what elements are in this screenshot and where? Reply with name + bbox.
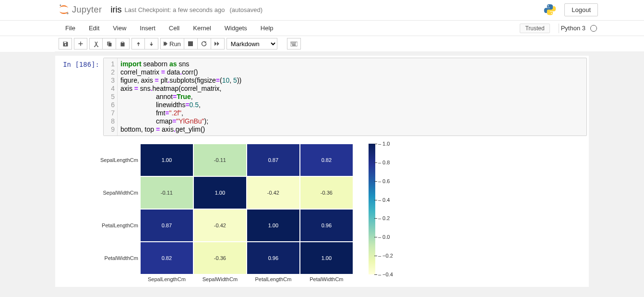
checkpoint-text: Last Checkpoint: a few seconds ago: [125, 6, 225, 13]
trusted-indicator[interactable]: Trusted: [520, 24, 549, 33]
menu-insert[interactable]: Insert: [133, 22, 162, 35]
heatmap-cell-0-3: 0.82: [300, 144, 353, 176]
svg-rect-9: [294, 42, 295, 43]
save-button[interactable]: [59, 38, 72, 50]
heatmap-cell-2-3: 0.96: [300, 209, 353, 242]
heatmap-cell-2-2: 1.00: [247, 209, 300, 242]
heatmap-cell-1-0: -0.11: [140, 176, 193, 209]
line-gutter: 123456789: [104, 58, 118, 136]
heatmap-cell-3-1: -0.36: [193, 242, 247, 274]
jupyter-logo-icon: [58, 3, 70, 16]
heatmap-cell-3-2: 0.96: [247, 242, 300, 274]
menu-view[interactable]: View: [106, 22, 133, 35]
menu-cell[interactable]: Cell: [162, 22, 186, 35]
jupyter-logo[interactable]: Jupyter: [58, 3, 102, 16]
svg-rect-8: [293, 42, 294, 43]
heatmap-cell-1-3: -0.36: [300, 176, 353, 209]
cell-type-select[interactable]: Markdown: [227, 38, 277, 50]
heatmap-grid: 1.00-0.110.870.82-0.111.00-0.42-0.360.87…: [140, 144, 353, 274]
colorbar: – 1.0– 0.8– 0.6– 0.4– 0.2– 0.0– −0.2– −0…: [369, 144, 395, 274]
run-all-button[interactable]: [211, 38, 225, 50]
run-label: Run: [169, 40, 181, 48]
input-prompt: In [186]:: [57, 58, 103, 136]
svg-rect-6: [291, 42, 292, 43]
move-down-button[interactable]: [145, 38, 158, 50]
menu-help[interactable]: Help: [254, 22, 280, 35]
command-palette-button[interactable]: [287, 38, 301, 50]
svg-rect-13: [294, 43, 295, 44]
heatmap-cell-3-0: 0.82: [140, 242, 193, 274]
jupyter-logo-text: Jupyter: [72, 5, 102, 15]
notebook-name[interactable]: iris: [111, 5, 122, 15]
heatmap-cell-3-3: 1.00: [300, 242, 353, 274]
restart-button[interactable]: [198, 38, 211, 50]
python-icon: [543, 3, 557, 16]
heatmap-cell-1-1: 1.00: [193, 176, 247, 209]
heatmap-cell-1-2: -0.42: [247, 176, 300, 209]
code-cell[interactable]: In [186]: 123456789 import seaborn as sn…: [55, 56, 589, 138]
heatmap-cell-2-0: 0.87: [140, 209, 193, 242]
svg-point-2: [548, 5, 549, 6]
svg-rect-14: [295, 43, 296, 44]
kernel-name[interactable]: Python 3: [561, 25, 585, 32]
heatmap-x-labels: SepalLengthCmSepalWidthCmPetalLengthCmPe…: [140, 274, 353, 282]
menu-edit[interactable]: Edit: [82, 22, 106, 35]
toolbar: Run Markdown: [55, 36, 644, 52]
svg-rect-11: [291, 43, 292, 44]
menu-widgets[interactable]: Widgets: [218, 22, 254, 35]
kernel-status-icon[interactable]: [590, 25, 597, 32]
menu-file[interactable]: File: [59, 22, 82, 35]
divider: [559, 24, 559, 33]
svg-point-3: [551, 13, 552, 14]
run-button[interactable]: Run: [160, 38, 184, 50]
logout-button[interactable]: Logout: [564, 3, 598, 16]
menu-kernel[interactable]: Kernel: [186, 22, 218, 35]
svg-rect-7: [292, 42, 293, 43]
svg-point-0: [60, 5, 61, 6]
svg-rect-10: [295, 42, 296, 43]
add-cell-button[interactable]: [74, 38, 87, 50]
paste-button[interactable]: [116, 38, 130, 50]
heatmap-cell-2-1: -0.42: [193, 209, 247, 242]
heatmap-cell-0-2: 0.87: [247, 144, 300, 176]
cell-output: SepalLengthCmSepalWidthCmPetalLengthCmPe…: [100, 138, 589, 282]
svg-rect-12: [292, 43, 293, 44]
svg-rect-4: [188, 41, 193, 46]
heatmap-cell-0-1: -0.11: [193, 144, 247, 176]
code-input-area[interactable]: 123456789 import seaborn as snscorrel_ma…: [103, 58, 587, 136]
heatmap-y-labels: SepalLengthCmSepalWidthCmPetalLengthCmPe…: [100, 144, 140, 274]
heatmap-cell-0-0: 1.00: [140, 144, 193, 176]
move-up-button[interactable]: [131, 38, 145, 50]
autosave-text: (autosaved): [229, 6, 262, 13]
cut-button[interactable]: [89, 38, 103, 50]
svg-rect-15: [292, 45, 296, 46]
code-editor[interactable]: import seaborn as snscorrel_matrix = dat…: [118, 58, 244, 136]
copy-button[interactable]: [103, 38, 116, 50]
stop-button[interactable]: [184, 38, 198, 50]
